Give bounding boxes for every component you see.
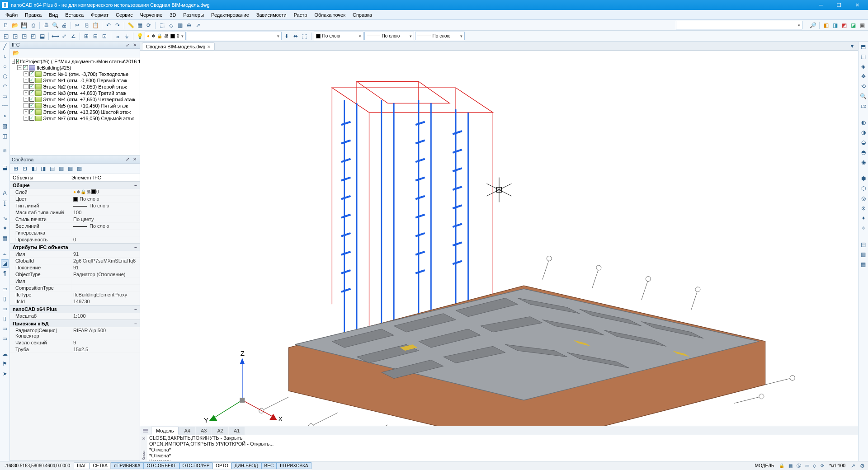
prop-category[interactable]: Атрибуты IFC объекта−: [10, 243, 140, 251]
prop-row[interactable]: Радиатор|Секция|КонвекторRIFAR Alp 500: [10, 327, 140, 339]
prop-row[interactable]: CompositionType: [10, 285, 140, 291]
cloud-icon[interactable]: ☁: [1, 350, 9, 358]
ifc-open-icon[interactable]: 📂: [12, 49, 20, 57]
ext3-icon[interactable]: ◩: [840, 21, 848, 29]
checkbox-icon[interactable]: [29, 84, 34, 89]
new-icon[interactable]: 🗋: [2, 21, 10, 29]
plot-icon[interactable]: 🖨: [60, 21, 68, 29]
prop-category[interactable]: Привязки к БД−: [10, 320, 140, 327]
prop-tool8-icon[interactable]: ▧: [75, 164, 83, 173]
marker-icon[interactable]: ⚑: [1, 360, 9, 368]
checkbox-icon[interactable]: [16, 59, 17, 64]
prop-row[interactable]: Вес линийПо слою: [10, 223, 140, 230]
menu-draw[interactable]: Черчение: [137, 11, 166, 19]
prop-category[interactable]: nanoCAD x64 Plus−: [10, 305, 140, 313]
arrow-icon[interactable]: ➤: [1, 370, 9, 378]
checkbox-icon[interactable]: [29, 71, 34, 76]
rect-tool-icon[interactable]: ▭: [1, 92, 9, 100]
circle-tool-icon[interactable]: ○: [1, 62, 9, 70]
redo-icon[interactable]: ↷: [113, 21, 122, 29]
search-combo[interactable]: ▾: [676, 21, 802, 29]
status-toggle-отс-объект[interactable]: ОТС-ОБЪЕКТ: [144, 462, 179, 469]
prop-row[interactable]: Имя91: [10, 251, 140, 258]
rop4-icon[interactable]: ◓: [859, 148, 868, 156]
prop-row[interactable]: IfcId149730: [10, 298, 140, 305]
pline-tool-icon[interactable]: ⫰: [1, 52, 9, 61]
status-cyc-icon[interactable]: ⟳: [821, 463, 824, 468]
layer-tool2-icon[interactable]: ⬌: [292, 32, 300, 40]
status-model-label[interactable]: МОДЕЛЬ: [752, 463, 777, 469]
ext2-icon[interactable]: ◨: [831, 21, 839, 29]
rop9-icon[interactable]: ⊛: [859, 204, 868, 212]
checkbox-icon[interactable]: [29, 78, 34, 83]
rop12-icon[interactable]: ▤: [859, 240, 868, 249]
align-icon[interactable]: ⫠: [1, 249, 9, 258]
status-scale[interactable]: *м1:100: [826, 463, 848, 469]
prop-row[interactable]: Гиперссылка: [10, 230, 140, 236]
layout-tab-a1[interactable]: A1: [229, 427, 245, 435]
tree-row-storey[interactable]: +Этаж: №4 (отм. +7,650) Четвертый этаж: [11, 96, 140, 103]
table-icon[interactable]: ▦: [1, 234, 9, 242]
menu-view[interactable]: Вид: [45, 11, 61, 19]
hatch-icon[interactable]: ▨: [1, 122, 9, 130]
status-toggle-вес[interactable]: ВЕС: [261, 462, 277, 469]
cut-icon[interactable]: ✂: [73, 21, 81, 29]
menu-dimensions[interactable]: Размеры: [179, 11, 208, 19]
menu-file[interactable]: Файл: [2, 11, 21, 19]
status-toggle-дин-ввод[interactable]: ДИН-ВВОД: [231, 462, 261, 469]
select-icon[interactable]: ⬚: [158, 21, 166, 29]
linetype-combo[interactable]: По слою▾: [364, 32, 414, 40]
tree-row-storey[interactable]: +Этаж: №-1 (отм. -3,700) Техподполье: [11, 71, 140, 77]
tree-row-building[interactable]: − IfcBuilding(#25): [11, 65, 140, 71]
document-tab[interactable]: Сводная BIM-модель.dwg ✕: [142, 42, 215, 50]
tree-row-storey[interactable]: +Этаж: №1 (отм. -0,800) Первый этаж: [11, 77, 140, 84]
rop10-icon[interactable]: ✦: [859, 214, 868, 222]
prop-tool7-icon[interactable]: ▦: [66, 164, 74, 173]
group2-icon[interactable]: ▯: [1, 295, 9, 303]
sel2-icon[interactable]: ◲: [11, 32, 19, 40]
menu-edit[interactable]: Правка: [21, 11, 45, 19]
checkbox-icon[interactable]: [29, 103, 34, 108]
panel-close-icon[interactable]: ✕: [132, 42, 138, 48]
layout-tab-a4[interactable]: A4: [179, 427, 195, 435]
rop11-icon[interactable]: ✧: [859, 224, 868, 232]
status-out-icon[interactable]: ↗: [849, 462, 857, 470]
status-toggle-орто[interactable]: ОРТО: [212, 462, 231, 469]
prop-tool2-icon[interactable]: ⊡: [21, 164, 29, 173]
ext1-icon[interactable]: ◧: [822, 21, 830, 29]
minimize-button[interactable]: ─: [812, 0, 830, 10]
sel4-icon[interactable]: ◰: [29, 32, 37, 40]
print-icon[interactable]: 🖶: [42, 21, 50, 29]
layer-tool3-icon[interactable]: ⬚: [301, 32, 309, 40]
prop-row[interactable]: Стиль печатиПо цвету: [10, 216, 140, 223]
layout-tab-a3[interactable]: A3: [196, 427, 212, 435]
menu-modify[interactable]: Редактирование: [208, 11, 253, 19]
rop3-icon[interactable]: ◒: [859, 138, 868, 146]
panel-pin-icon[interactable]: ⤢: [124, 42, 131, 48]
prop-row[interactable]: Слой●❄🔒🖶0: [10, 189, 140, 196]
prop-row[interactable]: Масштаб типа линий100: [10, 209, 140, 216]
checkbox-icon[interactable]: [29, 90, 34, 95]
regen-icon[interactable]: ⟳: [145, 21, 153, 29]
layout-tab-a2[interactable]: A2: [212, 427, 228, 435]
paste-icon[interactable]: 📋: [91, 21, 99, 29]
dim3-icon[interactable]: ∠: [69, 32, 77, 40]
layer-tool1-icon[interactable]: ⬍: [283, 32, 291, 40]
status-toggle-опривязка[interactable]: оПРИВЯЗКА: [111, 462, 144, 469]
status-menu-icon[interactable]: ⚙: [858, 462, 866, 470]
rop14-icon[interactable]: ▦: [859, 260, 868, 268]
prop-row[interactable]: Труба15x2.5: [10, 346, 140, 353]
rop7-icon[interactable]: ⬡: [859, 184, 868, 193]
prop-row[interactable]: ЦветПо слою: [10, 196, 140, 202]
text-multiline-icon[interactable]: A: [1, 189, 9, 197]
prop-row[interactable]: Имя: [10, 278, 140, 285]
find-icon[interactable]: 🔎: [809, 21, 817, 29]
status-toggle-штриховка[interactable]: ШТРИХОВКА: [277, 462, 311, 469]
tabs-grip-icon[interactable]: [143, 428, 148, 433]
group4-icon[interactable]: ▯: [1, 315, 9, 323]
ext4-icon[interactable]: ◪: [849, 21, 857, 29]
prop-row[interactable]: Пояснение91: [10, 264, 140, 271]
view-orbit-icon[interactable]: ⟲: [859, 82, 868, 90]
group3-icon[interactable]: ▭: [1, 305, 9, 313]
tree-row-storey[interactable]: +Этаж: №7 (отм. +16,050) Седьмой этаж: [11, 115, 140, 122]
